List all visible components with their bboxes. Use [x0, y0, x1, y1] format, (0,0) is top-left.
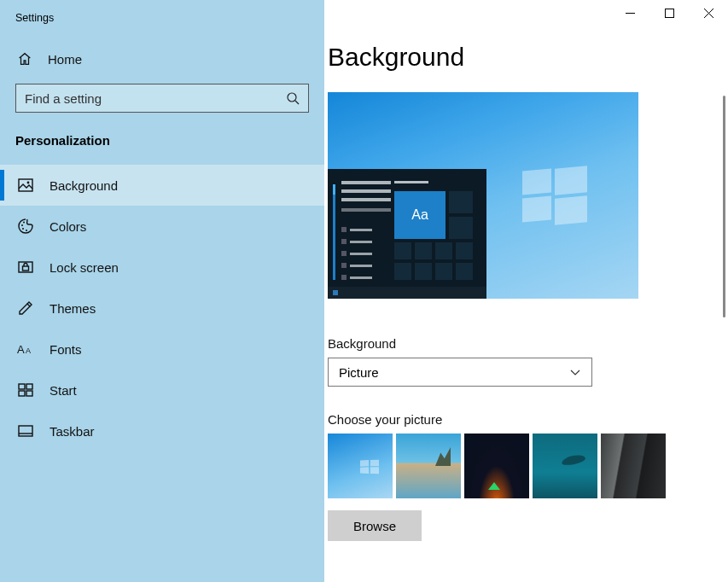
sidebar-item-label: Background	[50, 178, 118, 193]
fonts-icon: A A	[17, 340, 34, 358]
sidebar: Settings Home Personalization	[0, 0, 324, 582]
maximize-button[interactable]	[649, 0, 689, 26]
svg-rect-20	[19, 426, 32, 436]
sidebar-item-taskbar[interactable]: Taskbar	[0, 410, 324, 451]
sidebar-item-label: Lock screen	[50, 260, 119, 275]
picture-thumb-3[interactable]	[464, 434, 529, 498]
nav-list: Background Colors Lock	[0, 165, 324, 451]
svg-point-7	[27, 182, 30, 184]
picture-thumb-1[interactable]	[328, 434, 393, 498]
lockscreen-icon	[17, 259, 34, 276]
svg-text:A: A	[26, 346, 31, 355]
svg-rect-1	[665, 9, 673, 17]
search-icon	[286, 91, 300, 105]
titlebar-controls	[610, 0, 728, 26]
page-title: Background	[328, 43, 711, 72]
svg-rect-6	[19, 179, 32, 191]
background-field-label: Background	[328, 336, 711, 351]
sidebar-item-label: Colors	[50, 219, 86, 234]
sidebar-item-themes[interactable]: Themes	[0, 288, 324, 329]
picture-thumbnails	[328, 434, 711, 498]
palette-icon	[17, 218, 34, 235]
search-box[interactable]	[15, 84, 309, 113]
windows-logo-icon	[522, 167, 587, 224]
picture-thumb-4[interactable]	[533, 434, 597, 498]
svg-point-10	[22, 228, 24, 230]
home-icon	[17, 51, 32, 67]
preview-sample-text: Aa	[394, 191, 446, 239]
svg-text:A: A	[17, 343, 25, 356]
close-button[interactable]	[689, 0, 728, 26]
search-input[interactable]	[25, 91, 286, 106]
desktop-preview: Aa	[328, 92, 638, 299]
svg-point-4	[288, 93, 296, 102]
home-label: Home	[48, 52, 82, 67]
app-title: Settings	[0, 7, 324, 43]
sidebar-item-colors[interactable]: Colors	[0, 206, 324, 247]
svg-rect-19	[26, 391, 32, 396]
svg-point-8	[21, 224, 23, 226]
browse-button[interactable]: Browse	[328, 510, 422, 541]
svg-line-5	[295, 101, 299, 104]
sidebar-item-lockscreen[interactable]: Lock screen	[0, 247, 324, 288]
sidebar-item-label: Fonts	[50, 342, 82, 357]
svg-rect-17	[26, 384, 32, 389]
themes-icon	[17, 300, 34, 317]
sidebar-item-label: Start	[50, 383, 77, 398]
picture-thumb-5[interactable]	[601, 434, 666, 498]
sidebar-item-label: Themes	[50, 301, 96, 316]
sidebar-item-start[interactable]: Start	[0, 370, 324, 410]
home-button[interactable]: Home	[0, 43, 324, 75]
choose-picture-label: Choose your picture	[328, 412, 711, 427]
svg-rect-16	[19, 384, 25, 389]
svg-rect-13	[23, 266, 29, 271]
sidebar-item-fonts[interactable]: A A Fonts	[0, 329, 324, 370]
sidebar-item-label: Taskbar	[50, 424, 95, 439]
svg-point-9	[23, 222, 25, 224]
picture-icon	[17, 177, 34, 194]
start-icon	[17, 381, 34, 399]
sidebar-item-background[interactable]: Background	[0, 165, 324, 206]
main-pane: Background	[324, 0, 728, 582]
picture-thumb-2[interactable]	[396, 434, 461, 498]
browse-button-label: Browse	[353, 519, 396, 533]
minimize-button[interactable]	[610, 0, 649, 26]
svg-point-11	[26, 230, 27, 231]
taskbar-icon	[17, 422, 34, 439]
scrollbar-thumb[interactable]	[723, 96, 725, 317]
background-dropdown-value: Picture	[339, 365, 379, 380]
background-dropdown[interactable]: Picture	[328, 358, 592, 387]
svg-rect-18	[19, 391, 25, 396]
chevron-down-icon	[569, 366, 581, 378]
section-label: Personalization	[0, 121, 324, 165]
settings-window: Settings Home Personalization	[0, 0, 728, 582]
start-menu-mock: Aa	[328, 169, 486, 299]
